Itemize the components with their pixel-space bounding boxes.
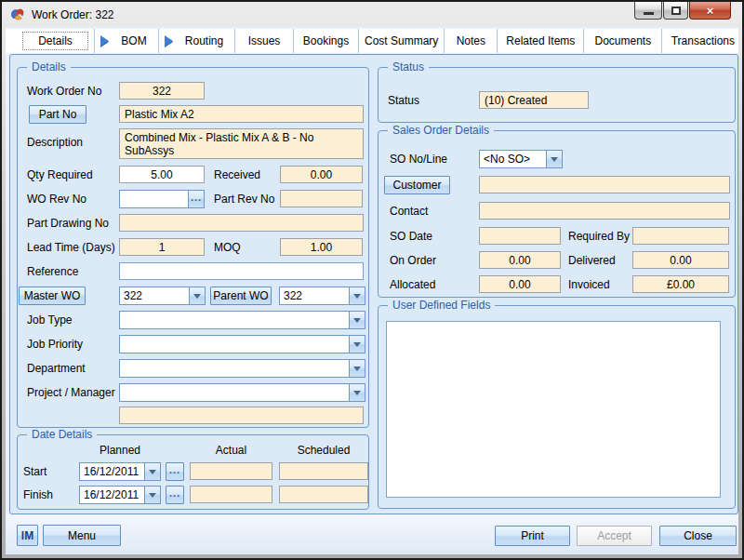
start-planned-date-picker[interactable]: 16/12/2011 [79, 462, 161, 481]
status-label: Status [388, 91, 419, 110]
tab-bookings[interactable]: Bookings [294, 29, 359, 53]
status-group: Status Status (10) Created [378, 67, 736, 123]
tab-details[interactable]: Details [17, 29, 95, 53]
chevron-down-icon[interactable] [144, 487, 160, 503]
part-drawing-no-label: Part Drawing No [27, 214, 109, 233]
moq-label: MOQ [214, 238, 241, 257]
chevron-down-icon[interactable] [349, 336, 365, 353]
tab-routing[interactable]: Routing [159, 29, 235, 53]
status-field: (10) Created [479, 91, 589, 109]
start-calendar-button[interactable]: ... [166, 462, 184, 481]
qty-required-label: Qty Required [27, 166, 93, 184]
tab-bom[interactable]: BOM [95, 29, 159, 53]
close-window-button[interactable]: × [689, 2, 731, 20]
close-button[interactable]: Close [659, 526, 737, 546]
tab-label: Cost Summary [359, 32, 444, 50]
minimize-button[interactable] [634, 2, 662, 20]
description-field: Combined Mix - Plastic Mix A & B - No Su… [119, 128, 364, 159]
chevron-down-icon[interactable] [546, 151, 562, 167]
start-planned-value: 16/12/2011 [80, 463, 144, 480]
arrow-glyph [353, 391, 361, 395]
parent-wo-combo[interactable]: 322 [279, 287, 365, 305]
chevron-down-icon[interactable] [349, 384, 365, 401]
delivered-label: Delivered [568, 251, 616, 270]
so-no-line-label: SO No/Line [390, 150, 447, 168]
wo-rev-no-value [120, 191, 188, 207]
ellipsis-icon: ... [191, 192, 202, 203]
arrow-glyph [353, 294, 361, 299]
user-defined-fields-group: User Defined Fields [378, 305, 736, 509]
chevron-down-icon[interactable] [144, 463, 160, 480]
arrow-glyph [551, 157, 558, 162]
tab-label: Documents [590, 32, 658, 50]
project-manager-combo[interactable] [119, 383, 365, 402]
menu-button[interactable]: Menu [43, 525, 121, 546]
finish-planned-date-picker[interactable]: 16/12/2011 [79, 486, 161, 504]
job-type-label: Job Type [27, 311, 72, 329]
reference-input[interactable] [119, 262, 364, 280]
tab-transactions[interactable]: Transactions [662, 29, 743, 53]
part-drawing-no-field [119, 214, 364, 232]
ellipsis-icon: ... [169, 464, 180, 475]
chevron-down-icon[interactable] [349, 287, 365, 304]
arrow-glyph [149, 493, 156, 498]
qty-required-input[interactable]: 5.00 [119, 166, 205, 183]
tab-issues[interactable]: Issues [235, 29, 294, 53]
finish-label: Finish [23, 486, 53, 504]
tab-related-items[interactable]: Related Items [498, 29, 584, 53]
footer-bar: IM Menu Print Accept Close [6, 515, 738, 554]
master-wo-button[interactable]: Master WO [19, 287, 86, 305]
chevron-down-icon[interactable] [189, 287, 205, 304]
department-combo[interactable] [119, 359, 365, 378]
details-group: Details Work Order No 322 Part No Plasti… [17, 67, 369, 428]
date-details-group: Date Details Planned Actual Scheduled St… [17, 434, 369, 510]
arrow-glyph [193, 294, 201, 299]
project-detail-field [119, 407, 364, 424]
department-value [120, 360, 349, 377]
titlebar[interactable]: Work Order: 322 [2, 2, 742, 27]
wo-rev-no-label: WO Rev No [27, 190, 86, 208]
accept-button[interactable]: Accept [577, 526, 652, 546]
parent-wo-value: 322 [280, 287, 349, 304]
parent-wo-button[interactable]: Parent WO [210, 287, 272, 305]
chevron-down-icon[interactable] [349, 360, 365, 377]
reference-label: Reference [27, 262, 78, 281]
master-wo-combo[interactable]: 322 [119, 287, 206, 305]
tab-notes[interactable]: Notes [445, 29, 498, 53]
job-priority-combo[interactable] [119, 335, 365, 353]
description-label: Description [27, 133, 83, 152]
so-no-line-combo[interactable]: <No SO> [479, 150, 563, 168]
maximize-button[interactable] [663, 2, 688, 20]
part-no-button[interactable]: Part No [29, 105, 86, 124]
finish-calendar-button[interactable]: ... [166, 486, 184, 504]
chevron-down-icon[interactable] [349, 312, 365, 328]
invoiced-field: £0.00 [632, 275, 729, 293]
received-label: Received [214, 166, 260, 184]
wo-rev-no-ellipsis-button[interactable]: ... [188, 191, 204, 207]
wo-rev-no-input[interactable]: ... [119, 190, 205, 208]
job-type-combo[interactable] [119, 311, 365, 329]
allocated-field: 0.00 [479, 275, 561, 293]
allocated-label: Allocated [390, 275, 435, 294]
so-no-line-value: <No SO> [480, 151, 546, 167]
master-wo-value: 322 [120, 287, 189, 304]
required-by-field [632, 227, 729, 245]
sales-order-group: Sales Order Details SO No/Line <No SO> C… [378, 130, 736, 298]
print-button[interactable]: Print [495, 526, 570, 546]
invoiced-label: Invoiced [568, 275, 610, 294]
so-date-label: SO Date [390, 227, 432, 246]
on-order-label: On Order [390, 251, 436, 270]
caption-buttons: × [634, 2, 731, 20]
im-button[interactable]: IM [17, 525, 38, 546]
customer-button[interactable]: Customer [384, 176, 450, 194]
scheduled-column-header: Scheduled [279, 443, 368, 458]
start-scheduled-field [279, 462, 368, 480]
tab-cost-summary[interactable]: Cost Summary [359, 29, 445, 53]
tab-label: Details [22, 32, 88, 50]
tab-label: Notes [451, 32, 491, 50]
tab-label: Routing [179, 32, 229, 50]
user-defined-fields-box[interactable] [386, 321, 721, 498]
department-label: Department [27, 359, 86, 378]
work-order-no-field: 322 [119, 82, 205, 100]
tab-documents[interactable]: Documents [584, 29, 662, 53]
